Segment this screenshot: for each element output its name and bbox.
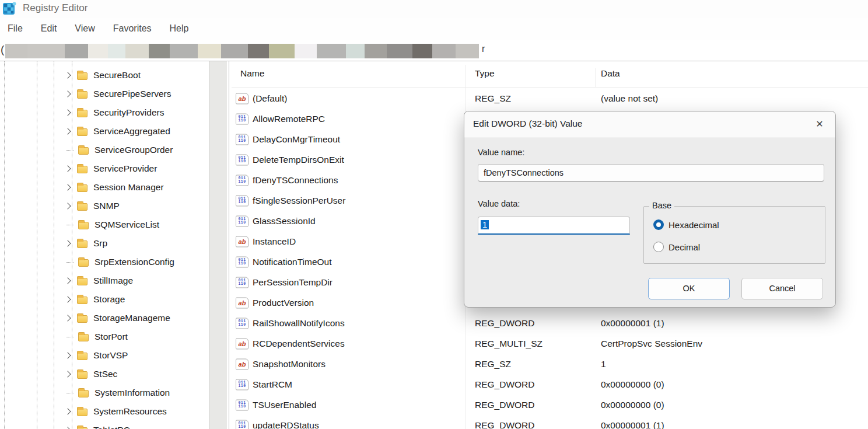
tree-item-tabletpc[interactable]: TabletPC: [0, 421, 130, 429]
redacted-block: [125, 44, 149, 58]
tree-item-securityproviders[interactable]: SecurityProviders: [0, 103, 164, 122]
tree-item-servicegrouporder[interactable]: ServiceGroupOrder: [0, 141, 173, 159]
folder-icon: [77, 409, 88, 416]
tree-connector: [66, 225, 74, 225]
folder-icon: [77, 91, 88, 99]
chevron-right-icon[interactable]: [64, 165, 71, 172]
tree-item-secureboot[interactable]: SecureBoot: [0, 66, 141, 85]
value-row-rcdependentservices[interactable]: abRCDependentServicesREG_MULTI_SZCertPro…: [232, 333, 868, 354]
chevron-right-icon[interactable]: [64, 408, 71, 414]
tree-item-srp[interactable]: Srp: [0, 234, 107, 253]
registry-editor-window: Registry Editor FileEditViewFavoritesHel…: [0, 0, 868, 429]
menu-bar: FileEditViewFavoritesHelp: [0, 18, 868, 40]
tree-item-sqmservicelist[interactable]: SQMServiceList: [0, 215, 159, 234]
tree-item-srpextensionconfig[interactable]: SrpExtensionConfig: [0, 253, 174, 271]
tree-item-serviceaggregated[interactable]: ServiceAggregated: [0, 122, 170, 141]
binary-glyph: 110: [238, 405, 246, 409]
binary-glyph: 110: [238, 201, 246, 205]
redacted-block: [346, 44, 365, 58]
menu-file[interactable]: File: [8, 23, 23, 34]
tree-item-storvsp[interactable]: StorVSP: [0, 346, 128, 365]
column-header-type[interactable]: Type: [475, 68, 495, 79]
tree-item-storport[interactable]: StorPort: [0, 327, 128, 346]
value-row-snapshotmonitors[interactable]: abSnapshotMonitorsREG_SZ1: [232, 354, 868, 374]
chevron-right-icon[interactable]: [64, 90, 71, 97]
tree-item-label: SecureBoot: [93, 70, 141, 81]
ab-glyph: ab: [239, 95, 246, 102]
value-name: fDenyTSConnections: [253, 175, 338, 186]
chevron-right-icon[interactable]: [64, 203, 71, 209]
folder-icon: [78, 222, 89, 229]
tree-item-stsec[interactable]: StSec: [0, 365, 117, 383]
folder-icon: [77, 203, 88, 211]
address-bar[interactable]: ( r: [0, 40, 868, 61]
value-row-tsuserenabled[interactable]: 011110TSUserEnabledREG_DWORD0x00000000 (…: [232, 395, 868, 415]
tree-item-label: StSec: [93, 369, 117, 379]
window-title: Registry Editor: [23, 2, 88, 14]
redacted-block: [432, 44, 456, 58]
panel-splitter[interactable]: [229, 61, 229, 429]
close-icon[interactable]: ✕: [812, 117, 827, 132]
redacted-block: [65, 44, 88, 58]
tree-connector: [66, 150, 74, 151]
chevron-right-icon[interactable]: [64, 72, 71, 78]
value-row-railshowallnotifyicons[interactable]: 011110RailShowallNotifyIconsREG_DWORD0x0…: [232, 313, 868, 333]
value-row-startrcm[interactable]: 011110StartRCMREG_DWORD0x00000000 (0): [232, 374, 868, 395]
binary-glyph: 110: [238, 119, 246, 123]
value-row--default-[interactable]: ab(Default)REG_SZ(value not set): [232, 88, 868, 109]
tree-item-serviceprovider[interactable]: ServiceProvider: [0, 159, 157, 178]
value-data-field[interactable]: 1: [478, 217, 630, 235]
tree-vertical-scrollbar[interactable]: [209, 61, 227, 429]
tree-item-systeminformation[interactable]: SystemInformation: [0, 383, 170, 402]
tree-item-snmp[interactable]: SNMP: [0, 197, 120, 215]
chevron-right-icon[interactable]: [64, 427, 71, 429]
redacted-block: [456, 44, 479, 58]
value-name: SnapshotMonitors: [253, 359, 326, 369]
ok-button[interactable]: OK: [648, 278, 730, 299]
cancel-button[interactable]: Cancel: [741, 278, 823, 299]
value-data: 0x00000000 (0): [601, 379, 664, 390]
value-name-label: Value name:: [478, 148, 524, 157]
tree-item-label: StorPort: [94, 332, 128, 342]
chevron-right-icon[interactable]: [64, 277, 71, 284]
chevron-right-icon[interactable]: [64, 352, 71, 358]
tree-item-storagemanageme[interactable]: StorageManageme: [0, 309, 170, 327]
column-header-data[interactable]: Data: [601, 68, 620, 79]
title-bar: Registry Editor: [0, 0, 868, 18]
tree-connector: [66, 393, 74, 393]
chevron-right-icon[interactable]: [64, 296, 71, 302]
chevron-right-icon[interactable]: [64, 240, 71, 246]
menu-edit[interactable]: Edit: [41, 23, 57, 34]
tree-item-systemresources[interactable]: SystemResources: [0, 402, 167, 421]
binary-glyph: 110: [238, 385, 246, 389]
menu-help[interactable]: Help: [170, 23, 189, 34]
tree-item-label: ServiceAggregated: [93, 126, 170, 137]
tree-item-session-manager[interactable]: Session Manager: [0, 178, 164, 197]
chevron-right-icon[interactable]: [64, 109, 71, 116]
ab-glyph: ab: [239, 299, 246, 306]
tree-panel: SecureBootSecurePipeServersSecurityProvi…: [0, 61, 209, 429]
menu-favorites[interactable]: Favorites: [113, 23, 152, 34]
chevron-right-icon[interactable]: [64, 371, 71, 377]
folder-icon: [78, 390, 89, 397]
value-name: ProductVersion: [253, 298, 314, 308]
value-row-updaterdstatus[interactable]: 011110updateRDStatusREG_DWORD0x00000001 …: [232, 415, 868, 429]
chevron-right-icon[interactable]: [64, 184, 71, 190]
tree-item-label: SNMP: [93, 201, 120, 211]
tree-item-securepipeservers[interactable]: SecurePipeServers: [0, 85, 172, 103]
radio-decimal[interactable]: Decimal: [653, 242, 700, 252]
chevron-right-icon[interactable]: [64, 128, 71, 134]
menu-view[interactable]: View: [75, 23, 94, 34]
radio-hexadecimal[interactable]: Hexadecimal: [653, 219, 719, 230]
value-name-field[interactable]: fDenyTSConnections: [478, 164, 824, 182]
address-prefix: (: [1, 43, 4, 56]
dword-value-icon: 011110: [236, 215, 249, 226]
tree-connector: [66, 337, 74, 337]
tree-item-storage[interactable]: Storage: [0, 290, 125, 309]
chevron-right-icon[interactable]: [64, 315, 71, 321]
radio-selected-icon[interactable]: [653, 219, 664, 230]
tree-item-stillimage[interactable]: StillImage: [0, 271, 133, 290]
radio-unselected-icon[interactable]: [653, 242, 664, 252]
dialog-title: Edit DWORD (32-bit) Value: [473, 118, 582, 129]
column-header-name[interactable]: Name: [240, 68, 264, 79]
